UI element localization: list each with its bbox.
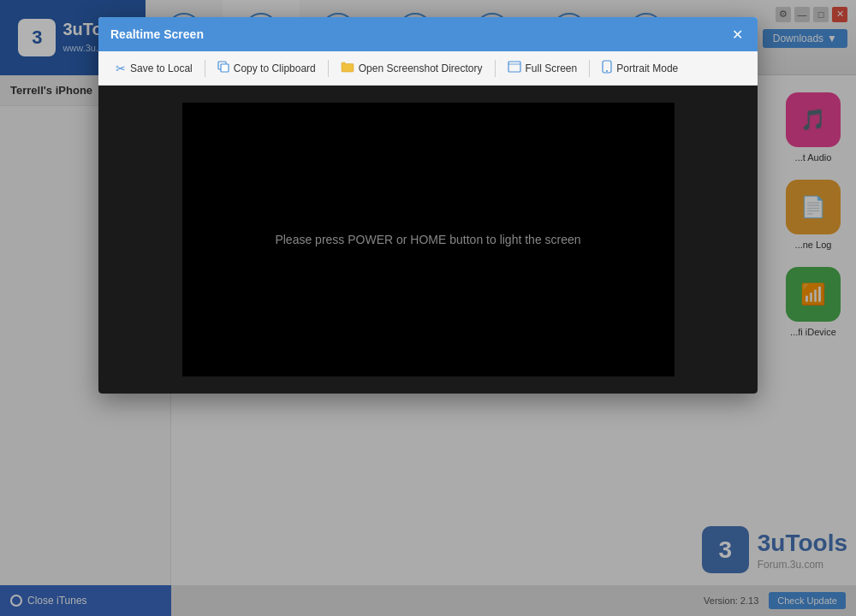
modal-title: Realtime Screen <box>110 27 204 41</box>
copy-to-clipboard-label: Copy to Clipboard <box>234 62 316 74</box>
save-to-local-button[interactable]: ✂ Save to Local <box>109 58 199 79</box>
scissors-icon: ✂ <box>116 62 126 75</box>
realtime-screen-modal: Realtime Screen ✕ ✂ Save to Local Copy t… <box>98 17 758 394</box>
folder-icon <box>341 61 354 75</box>
svg-point-10 <box>606 70 608 72</box>
svg-rect-7 <box>508 62 520 72</box>
full-screen-label: Full Screen <box>526 62 578 74</box>
modal-toolbar: ✂ Save to Local Copy to Clipboard <box>98 51 758 86</box>
separator-1 <box>205 60 205 77</box>
portrait-icon <box>602 60 612 76</box>
full-screen-button[interactable]: Full Screen <box>501 57 585 79</box>
svg-rect-6 <box>221 64 229 72</box>
modal-overlay: Realtime Screen ✕ ✂ Save to Local Copy t… <box>0 0 856 616</box>
open-screenshot-dir-button[interactable]: Open Screenshot Directory <box>334 57 490 79</box>
full-screen-icon <box>508 61 521 75</box>
copy-icon <box>217 61 229 75</box>
portrait-mode-button[interactable]: Portrait Mode <box>595 56 685 80</box>
modal-header: Realtime Screen ✕ <box>98 17 758 51</box>
modal-close-button[interactable]: ✕ <box>728 26 746 43</box>
screen-message: Please press POWER or HOME button to lig… <box>275 233 580 246</box>
open-dir-label: Open Screenshot Directory <box>359 62 483 74</box>
separator-2 <box>328 60 329 77</box>
portrait-mode-label: Portrait Mode <box>616 62 678 74</box>
modal-body: Please press POWER or HOME button to lig… <box>98 86 758 394</box>
copy-to-clipboard-button[interactable]: Copy to Clipboard <box>211 57 323 79</box>
separator-4 <box>589 60 590 77</box>
save-to-local-label: Save to Local <box>130 62 193 74</box>
separator-3 <box>495 60 496 77</box>
screen-preview: Please press POWER or HOME button to lig… <box>182 103 675 376</box>
